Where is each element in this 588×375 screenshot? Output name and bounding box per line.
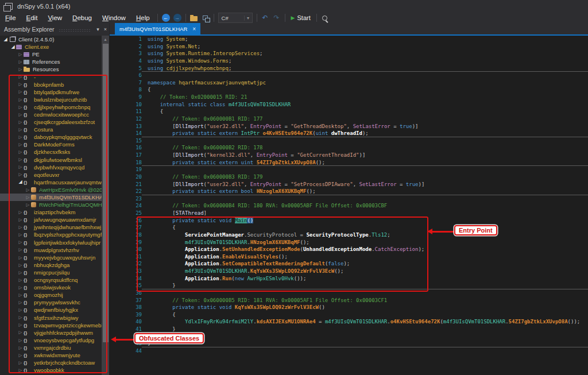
tree-item-myyvejvbgcuwxgyuhsvrjn[interactable]: ▷{ }myyvejvbgcuwxgyuhsvrjn (0, 254, 102, 261)
code-line-42[interactable]: 42 } (109, 333, 588, 341)
code-line-40[interactable]: 40 YdlxIFmyRrKu94rfmiM2lY.kdsAXIJEXsMU1O… (109, 318, 588, 326)
code-line-1[interactable]: 1using System; (109, 36, 588, 43)
code-line-35[interactable]: 35 } (109, 282, 588, 289)
expander-collapsed-icon[interactable]: ▷ (17, 308, 24, 312)
tab-m4f3UIsQVmT01SDLKHAR[interactable]: m4f3UIsQVmT01SDLKHAR × (115, 23, 200, 34)
code-line-4[interactable]: 4using System.Windows.Forms; (109, 57, 588, 65)
expander-collapsed-icon[interactable]: ▷ (17, 225, 24, 230)
expander-collapsed-icon[interactable]: ▷ (17, 240, 24, 245)
code-line-28[interactable]: 28 ServicePointManager.SecurityProtocol … (109, 231, 588, 239)
code-line-9[interactable]: 9 // Token: 0x02000015 RID: 21 (109, 94, 588, 101)
expander-collapsed-icon[interactable]: ▷ (17, 90, 24, 94)
code-line-19[interactable]: 19 (109, 166, 588, 173)
code-line-14[interactable]: 14 private static extern IntPtr o4KvHSEt… (109, 130, 588, 137)
tree-item-yetkrbrjchcqkckndbctoaw[interactable]: ▷{ }yetkrbrjchcqkckndbctoaw (0, 359, 102, 366)
tree-item-xwknwidxmwnjyute[interactable]: ▷{ }xwknwidxmwnjyute (0, 351, 102, 359)
code-line-13[interactable]: 13 [DllImport("user32.dll", EntryPoint =… (109, 123, 588, 130)
menu-help[interactable]: Help (131, 14, 155, 21)
undo-button[interactable]: ↶ (260, 13, 271, 23)
code-line-32[interactable]: 32 Application.SetCompatibleTextRenderin… (109, 260, 588, 268)
code-line-12[interactable]: 12 // Token: 0x060000B1 RID: 177 (109, 115, 588, 123)
expander-collapsed-icon[interactable]: ▷ (17, 315, 24, 320)
expander-collapsed-icon[interactable]: ▷ (17, 368, 24, 373)
expander-collapsed-icon[interactable]: ▷ (17, 346, 24, 350)
expander-collapsed-icon[interactable]: ▷ (17, 278, 24, 283)
code-line-17[interactable]: 17 [DllImport("kernel32.dll", EntryPoint… (109, 152, 588, 159)
code-line-2[interactable]: 2using System.Net; (109, 43, 588, 51)
tree-item-omsbiwjsvkeok[interactable]: ▷{ }omsbiwjsvkeok (0, 284, 102, 291)
tree-item-vnoeoysbvepcgafytfudpg[interactable]: ▷{ }vnoeoysbvepcgafytfudpg (0, 337, 102, 344)
code-line-44[interactable]: 44 (109, 347, 588, 355)
panel-menu-button[interactable]: ▾ (94, 26, 102, 32)
expander-collapsed-icon[interactable]: ▷ (17, 270, 24, 275)
code-line-15[interactable]: 15 (109, 137, 588, 145)
code-line-8[interactable]: 8{ (109, 86, 588, 94)
expander-collapsed-icon[interactable]: ▷ (17, 172, 24, 177)
expander-collapsed-icon[interactable]: ▷ (25, 188, 31, 192)
tree-item-sfgtfzsxihzwbigiwy[interactable]: ▷{ }sfgtfzsxihzwbigiwy (0, 314, 102, 321)
code-line-21[interactable]: 21 [DllImport("user32.dll", EntryPoint =… (109, 181, 588, 188)
expander-collapsed-icon[interactable]: ▷ (17, 120, 24, 125)
tree-item-ywoobgobkk[interactable]: ▷{ }ywoobgobkk (0, 366, 102, 374)
code-line-39[interactable]: 39 { (109, 311, 588, 319)
expander-collapsed-icon[interactable]: ▷ (17, 353, 24, 358)
expander-collapsed-icon[interactable]: ▷ (17, 67, 24, 72)
tree-item-RWchPielhgiTmUaOQMH[interactable]: ▷RWchPielhgiTmUaOQMH (0, 201, 102, 208)
tree-item-prymyygwlswsvkhc[interactable]: ▷{ }prymyygwlswsvkhc (0, 299, 102, 306)
search-button[interactable] (319, 13, 331, 23)
code-line-27[interactable]: 27 { (109, 224, 588, 231)
expander-collapsed-icon[interactable]: ▷ (25, 203, 31, 207)
code-line-5[interactable]: 5using cdjjlxpeyhwhpomcbnpq; (109, 65, 588, 72)
code-line-33[interactable]: 33 m4f3UIsQVmT01SDLKHAR.KqYsWXs35WpLOQ92… (109, 268, 588, 275)
expander-collapsed-icon[interactable]: ▷ (17, 127, 24, 132)
expander-collapsed-icon[interactable]: ▷ (17, 323, 24, 327)
expander-collapsed-icon[interactable]: ▷ (17, 233, 24, 237)
expander-collapsed-icon[interactable]: ▷ (17, 52, 24, 57)
expander-collapsed-icon[interactable]: ▷ (17, 248, 24, 252)
tree-item-jafvuwugnqwuawmxdamjr[interactable]: ▷{ }jafvuwugnqwuawmxdamjr (0, 216, 102, 223)
code-line-36[interactable]: 36 (109, 289, 588, 297)
code-line-26[interactable]: 26 private static void Main() (109, 217, 588, 225)
tree-scrollbar[interactable]: ▲ (102, 36, 109, 375)
code-line-41[interactable]: 41 } (109, 326, 588, 333)
expander-collapsed-icon[interactable]: ▷ (17, 338, 24, 343)
expander-expanded-icon[interactable]: ◢ (2, 37, 9, 42)
code-line-43[interactable]: 43} (109, 340, 588, 347)
code-line-34[interactable]: 34 Application.Run(new AwrHpxESmlv0Hvk()… (109, 275, 588, 283)
code-line-20[interactable]: 20 // Token: 0x060000B3 RID: 179 (109, 173, 588, 181)
tree-item-hqartfmacusxawrjaunvqmtwtjpc[interactable]: ◢{ }hqartfmacusxawrjaunvqmtwtjpc (0, 179, 102, 186)
code-line-18[interactable]: 18 private static extern uint 54ZI7gbZtk… (109, 159, 588, 167)
expander-collapsed-icon[interactable]: ▷ (17, 82, 24, 87)
navigate-forward-button[interactable]: → (172, 13, 183, 23)
expander-collapsed-icon[interactable]: ▷ (17, 330, 24, 335)
tree-item-jywihnteqijdwhunaefbmhxwj[interactable]: ▷{ }jywihnteqijdwhunaefbmhxwj (0, 223, 102, 231)
code-line-7[interactable]: 7namespace hqartfmacusxawrjaunvqmtwtjpc (109, 79, 588, 87)
tree-item-iziapztipchvbekm[interactable]: ▷{ }iziapztipchvbekm (0, 208, 102, 216)
menu-file[interactable]: File (0, 14, 21, 21)
expander-collapsed-icon[interactable]: ▷ (17, 105, 24, 110)
expander-collapsed-icon[interactable]: ▷ (17, 75, 24, 79)
tree-item-eqotfeuvxr[interactable]: ▷{ }eqotfeuvxr (0, 171, 102, 179)
tree-item-References[interactable]: ▷References (0, 58, 102, 65)
tree-item-PE[interactable]: ▷PE (0, 51, 102, 58)
expander-collapsed-icon[interactable]: ▷ (17, 263, 24, 268)
tree-item-bttylqatlpdkmufrwe[interactable]: ▷{ }bttylqatlpdkmufrwe (0, 88, 102, 96)
expander-collapsed-icon[interactable]: ▷ (17, 210, 24, 215)
tree-item-djzkhecsxfksks[interactable]: ▷{ }djzkhecsxfksks (0, 148, 102, 156)
tree-item-nbhuqkzdghga[interactable]: ▷{ }nbhuqkzdghga (0, 261, 102, 269)
language-combobox[interactable]: C# ▾ (218, 13, 253, 23)
expander-collapsed-icon[interactable]: ▷ (17, 218, 24, 222)
panel-close-button[interactable]: × (102, 26, 109, 32)
code-line-25[interactable]: 25 [STAThread] (109, 210, 588, 217)
expander-collapsed-icon[interactable]: ▷ (17, 285, 24, 290)
tree-item-nmigcpucjsilqu[interactable]: ▷{ }nmigcpucjsilqu (0, 269, 102, 276)
expander-collapsed-icon[interactable]: ▷ (17, 256, 24, 260)
menu-view[interactable]: View (42, 14, 67, 21)
code-editor[interactable]: 1using System;2using System.Net;3using S… (109, 36, 588, 375)
tree-item-tzvaqwmvgqxtziccgkewmebl[interactable]: ▷{ }tzvaqwmvgqxtziccgkewmebl (0, 322, 102, 329)
tree-item-vxmrgajcdrdbiu[interactable]: ▷{ }vxmrgajcdrdbiu (0, 344, 102, 351)
tree-item-qwdjrwnfbiuyhgjkx[interactable]: ▷{ }qwdjrwnfbiuyhgjkx (0, 306, 102, 314)
attach-to-process-button[interactable] (200, 13, 211, 23)
tree-item-DarkModeForms[interactable]: ▷{ }DarkModeForms (0, 141, 102, 148)
expander-expanded-icon[interactable]: ◢ (10, 45, 16, 49)
